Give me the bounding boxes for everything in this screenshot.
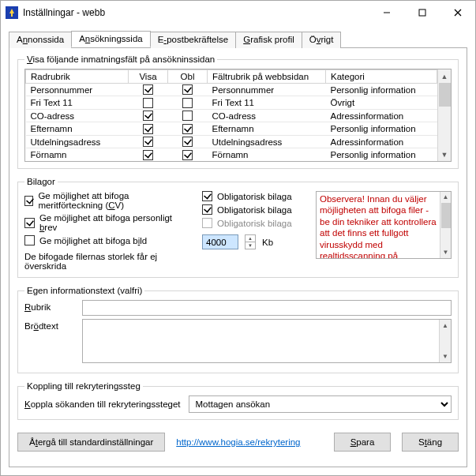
koppling-select[interactable]: Mottagen ansökan	[189, 395, 452, 413]
col-obl[interactable]: Obl	[168, 70, 208, 84]
warning-scrollbar[interactable]: ▲ ▼	[440, 192, 451, 258]
scroll-thumb[interactable]	[439, 83, 451, 107]
checkbox-icon[interactable]	[24, 196, 33, 206]
brodtext-label: Brödtext	[24, 319, 76, 331]
cell-visa[interactable]	[129, 122, 168, 135]
help-link[interactable]: http://www.hogia.se/rekrytering	[176, 437, 300, 447]
size-unit: Kb	[262, 238, 273, 247]
spin-up-icon[interactable]: ▲	[245, 235, 255, 242]
brodtext-scrollbar[interactable]: ▲ ▼	[439, 320, 451, 362]
scroll-up-icon[interactable]: ▲	[440, 192, 451, 203]
minimize-button[interactable]	[369, 2, 404, 24]
col-kategori[interactable]: Kategori	[326, 70, 437, 84]
cell-visa[interactable]	[129, 84, 168, 96]
fields-table[interactable]: Radrubrik Visa Obl Fältrubrik på webbsid…	[25, 69, 437, 161]
cell-obl[interactable]	[168, 135, 208, 148]
table-row[interactable]: Fri Text 11Fri Text 11Övrigt	[26, 96, 437, 109]
cell-faltrubrik: Efternamn	[208, 122, 326, 135]
bilagor-warning: Observera! Innan du väljer möjligheten a…	[316, 191, 452, 259]
tab-ansokningssida[interactable]: Ansökningssida	[71, 31, 151, 47]
size-input[interactable]	[202, 234, 238, 249]
close-button[interactable]	[440, 2, 475, 24]
cell-radrubrik: Fri Text 11	[26, 96, 129, 109]
scroll-up-icon[interactable]: ▲	[438, 69, 451, 83]
spin-down-icon[interactable]: ▼	[245, 242, 255, 249]
scroll-thumb[interactable]	[441, 203, 451, 228]
brodtext-input[interactable]: ▲ ▼	[82, 319, 452, 363]
checkbox-icon[interactable]	[143, 111, 153, 121]
checkbox-icon[interactable]	[24, 218, 35, 228]
cb-bild-label: Ge möjlighet att bifoga bild	[39, 236, 147, 245]
cell-visa[interactable]	[129, 109, 168, 122]
cb-brev[interactable]: Ge möjlighet att bifoga personligt brev	[24, 213, 191, 232]
cell-radrubrik: CO-adress	[26, 109, 129, 122]
cell-radrubrik: Utdelningsadress	[26, 135, 129, 148]
tab-bar: Annonssida Ansökningssida E-postbekräfte…	[9, 31, 467, 48]
cb-obl-bild-label: Obligatorisk bilaga	[217, 219, 292, 228]
checkbox-icon[interactable]	[143, 150, 153, 160]
maximize-button[interactable]	[404, 2, 440, 24]
cb-obl-cv[interactable]: Obligatorisk bilaga	[202, 191, 305, 201]
close-dialog-button[interactable]: Stäng	[402, 433, 459, 452]
table-row[interactable]: PersonnummerPersonnummerPersonlig inform…	[26, 84, 437, 96]
cb-bild[interactable]: Ge möjlighet att bifoga bild	[24, 235, 191, 245]
cb-brev-label: Ge möjlighet att bifoga personligt brev	[39, 213, 191, 232]
cell-radrubrik: Efternamn	[26, 122, 129, 135]
reset-button[interactable]: Återgå till standardinställningar	[17, 433, 165, 452]
cell-visa[interactable]	[129, 96, 168, 109]
checkbox-icon[interactable]	[182, 111, 193, 121]
checkbox-icon[interactable]	[182, 137, 193, 147]
checkbox-icon[interactable]	[182, 124, 193, 134]
cell-obl[interactable]	[168, 109, 208, 122]
cell-faltrubrik: Utdelningsadress	[208, 135, 326, 148]
titlebar: Inställningar - webb	[1, 1, 475, 24]
cell-faltrubrik: Fri Text 11	[208, 96, 326, 109]
table-row[interactable]: CO-adressCO-adressAdressinformation	[26, 109, 437, 122]
table-row[interactable]: FörnamnFörnamnPersonlig information	[26, 148, 437, 161]
cb-obl-brev[interactable]: Obligatorisk bilaga	[202, 204, 305, 215]
col-radrubrik[interactable]: Radrubrik	[26, 70, 129, 84]
cell-faltrubrik: Personnummer	[208, 84, 326, 96]
cell-obl[interactable]	[168, 84, 208, 96]
rubrik-input[interactable]	[82, 300, 452, 316]
checkbox-icon[interactable]	[143, 84, 153, 95]
cell-obl[interactable]	[168, 96, 208, 109]
checkbox-icon[interactable]	[143, 124, 153, 134]
scroll-down-icon[interactable]: ▼	[440, 247, 451, 258]
scroll-down-icon[interactable]: ▼	[440, 350, 451, 362]
tab-ovrigt[interactable]: Övrigt	[302, 32, 342, 48]
size-spinner[interactable]: ▲▼	[245, 234, 256, 249]
checkbox-icon[interactable]	[182, 98, 193, 108]
col-faltrubrik[interactable]: Fältrubrik på webbsidan	[208, 70, 326, 84]
tab-page: Visa följande inmatningsfält på ansöknin…	[9, 48, 467, 467]
checkbox-icon[interactable]	[202, 191, 212, 201]
checkbox-icon[interactable]	[143, 98, 153, 108]
fields-fieldset: Visa följande inmatningsfält på ansöknin…	[17, 54, 459, 169]
fields-grid: Radrubrik Visa Obl Fältrubrik på webbsid…	[24, 69, 452, 162]
save-button[interactable]: Spara	[334, 433, 391, 452]
checkbox-icon[interactable]	[182, 84, 193, 95]
tab-epostbekraftelse[interactable]: E-postbekräftelse	[150, 32, 237, 48]
info-fieldset: Egen informationstext (valfri) Rubrik Br…	[17, 286, 459, 373]
cb-cv[interactable]: Ge möjlighet att bifoga meritförteckning…	[24, 191, 191, 210]
svg-rect-2	[419, 9, 425, 16]
cell-kategori: Adressinformation	[326, 135, 437, 148]
cell-obl[interactable]	[168, 122, 208, 135]
cb-cv-label: Ge möjlighet att bifoga meritförteckning…	[38, 191, 191, 210]
checkbox-icon[interactable]	[182, 150, 193, 160]
checkbox-icon[interactable]	[202, 204, 212, 215]
tab-annonssida[interactable]: Annonssida	[9, 32, 72, 48]
table-row[interactable]: UtdelningsadressUtdelningsadressAdressin…	[26, 135, 437, 148]
table-row[interactable]: EfternamnEfternamnPersonlig information	[26, 122, 437, 135]
scroll-up-icon[interactable]: ▲	[440, 320, 451, 332]
cell-obl[interactable]	[168, 148, 208, 161]
tab-grafisk-profil[interactable]: Grafisk profil	[235, 32, 302, 48]
checkbox-icon[interactable]	[24, 235, 35, 245]
koppling-fieldset: Koppling till rekryteringssteg Koppla sö…	[17, 381, 459, 420]
cell-visa[interactable]	[129, 135, 168, 148]
checkbox-icon[interactable]	[143, 137, 153, 147]
fields-scrollbar[interactable]: ▲ ▼	[437, 69, 451, 161]
scroll-down-icon[interactable]: ▼	[438, 148, 451, 161]
cell-visa[interactable]	[129, 148, 168, 161]
col-visa[interactable]: Visa	[129, 70, 168, 84]
